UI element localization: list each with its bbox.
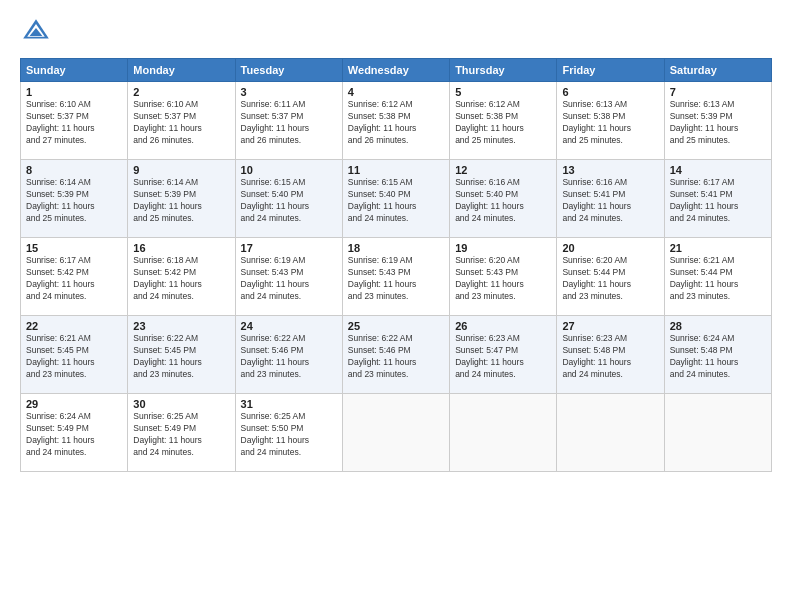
day-number: 9 bbox=[133, 164, 229, 176]
day-info: Sunrise: 6:12 AMSunset: 5:38 PMDaylight:… bbox=[455, 99, 551, 147]
day-info: Sunrise: 6:25 AMSunset: 5:49 PMDaylight:… bbox=[133, 411, 229, 459]
calendar-cell: 22 Sunrise: 6:21 AMSunset: 5:45 PMDaylig… bbox=[21, 316, 128, 394]
calendar-cell: 10 Sunrise: 6:15 AMSunset: 5:40 PMDaylig… bbox=[235, 160, 342, 238]
weekday-header-monday: Monday bbox=[128, 59, 235, 82]
calendar-cell: 21 Sunrise: 6:21 AMSunset: 5:44 PMDaylig… bbox=[664, 238, 771, 316]
day-number: 29 bbox=[26, 398, 122, 410]
day-number: 21 bbox=[670, 242, 766, 254]
weekday-header-wednesday: Wednesday bbox=[342, 59, 449, 82]
calendar-cell: 16 Sunrise: 6:18 AMSunset: 5:42 PMDaylig… bbox=[128, 238, 235, 316]
calendar-cell: 3 Sunrise: 6:11 AMSunset: 5:37 PMDayligh… bbox=[235, 82, 342, 160]
day-number: 23 bbox=[133, 320, 229, 332]
day-number: 16 bbox=[133, 242, 229, 254]
day-info: Sunrise: 6:22 AMSunset: 5:46 PMDaylight:… bbox=[348, 333, 444, 381]
day-number: 19 bbox=[455, 242, 551, 254]
day-number: 14 bbox=[670, 164, 766, 176]
calendar-cell: 14 Sunrise: 6:17 AMSunset: 5:41 PMDaylig… bbox=[664, 160, 771, 238]
weekday-row: SundayMondayTuesdayWednesdayThursdayFrid… bbox=[21, 59, 772, 82]
calendar-week-3: 15 Sunrise: 6:17 AMSunset: 5:42 PMDaylig… bbox=[21, 238, 772, 316]
calendar-cell: 5 Sunrise: 6:12 AMSunset: 5:38 PMDayligh… bbox=[450, 82, 557, 160]
calendar-cell: 30 Sunrise: 6:25 AMSunset: 5:49 PMDaylig… bbox=[128, 394, 235, 472]
day-number: 25 bbox=[348, 320, 444, 332]
day-number: 2 bbox=[133, 86, 229, 98]
day-info: Sunrise: 6:20 AMSunset: 5:44 PMDaylight:… bbox=[562, 255, 658, 303]
day-number: 8 bbox=[26, 164, 122, 176]
day-number: 22 bbox=[26, 320, 122, 332]
day-info: Sunrise: 6:17 AMSunset: 5:41 PMDaylight:… bbox=[670, 177, 766, 225]
day-number: 5 bbox=[455, 86, 551, 98]
calendar-cell: 18 Sunrise: 6:19 AMSunset: 5:43 PMDaylig… bbox=[342, 238, 449, 316]
calendar-cell: 31 Sunrise: 6:25 AMSunset: 5:50 PMDaylig… bbox=[235, 394, 342, 472]
calendar-cell: 17 Sunrise: 6:19 AMSunset: 5:43 PMDaylig… bbox=[235, 238, 342, 316]
calendar-table: SundayMondayTuesdayWednesdayThursdayFrid… bbox=[20, 58, 772, 472]
calendar-cell: 12 Sunrise: 6:16 AMSunset: 5:40 PMDaylig… bbox=[450, 160, 557, 238]
calendar-cell bbox=[557, 394, 664, 472]
day-number: 13 bbox=[562, 164, 658, 176]
calendar-cell: 13 Sunrise: 6:16 AMSunset: 5:41 PMDaylig… bbox=[557, 160, 664, 238]
day-info: Sunrise: 6:19 AMSunset: 5:43 PMDaylight:… bbox=[348, 255, 444, 303]
calendar-cell: 7 Sunrise: 6:13 AMSunset: 5:39 PMDayligh… bbox=[664, 82, 771, 160]
day-number: 18 bbox=[348, 242, 444, 254]
day-number: 28 bbox=[670, 320, 766, 332]
day-info: Sunrise: 6:22 AMSunset: 5:46 PMDaylight:… bbox=[241, 333, 337, 381]
day-info: Sunrise: 6:11 AMSunset: 5:37 PMDaylight:… bbox=[241, 99, 337, 147]
day-info: Sunrise: 6:23 AMSunset: 5:47 PMDaylight:… bbox=[455, 333, 551, 381]
calendar-cell: 23 Sunrise: 6:22 AMSunset: 5:45 PMDaylig… bbox=[128, 316, 235, 394]
calendar-week-1: 1 Sunrise: 6:10 AMSunset: 5:37 PMDayligh… bbox=[21, 82, 772, 160]
calendar-cell: 15 Sunrise: 6:17 AMSunset: 5:42 PMDaylig… bbox=[21, 238, 128, 316]
day-info: Sunrise: 6:20 AMSunset: 5:43 PMDaylight:… bbox=[455, 255, 551, 303]
day-info: Sunrise: 6:15 AMSunset: 5:40 PMDaylight:… bbox=[348, 177, 444, 225]
calendar-cell bbox=[342, 394, 449, 472]
calendar-cell: 19 Sunrise: 6:20 AMSunset: 5:43 PMDaylig… bbox=[450, 238, 557, 316]
day-number: 1 bbox=[26, 86, 122, 98]
day-number: 4 bbox=[348, 86, 444, 98]
calendar-cell: 20 Sunrise: 6:20 AMSunset: 5:44 PMDaylig… bbox=[557, 238, 664, 316]
day-number: 15 bbox=[26, 242, 122, 254]
header bbox=[20, 16, 772, 48]
calendar-cell: 9 Sunrise: 6:14 AMSunset: 5:39 PMDayligh… bbox=[128, 160, 235, 238]
calendar-cell: 4 Sunrise: 6:12 AMSunset: 5:38 PMDayligh… bbox=[342, 82, 449, 160]
calendar-week-5: 29 Sunrise: 6:24 AMSunset: 5:49 PMDaylig… bbox=[21, 394, 772, 472]
day-info: Sunrise: 6:10 AMSunset: 5:37 PMDaylight:… bbox=[133, 99, 229, 147]
day-number: 24 bbox=[241, 320, 337, 332]
calendar-cell: 11 Sunrise: 6:15 AMSunset: 5:40 PMDaylig… bbox=[342, 160, 449, 238]
day-info: Sunrise: 6:13 AMSunset: 5:39 PMDaylight:… bbox=[670, 99, 766, 147]
calendar-cell: 2 Sunrise: 6:10 AMSunset: 5:37 PMDayligh… bbox=[128, 82, 235, 160]
day-info: Sunrise: 6:18 AMSunset: 5:42 PMDaylight:… bbox=[133, 255, 229, 303]
calendar-cell bbox=[450, 394, 557, 472]
day-info: Sunrise: 6:22 AMSunset: 5:45 PMDaylight:… bbox=[133, 333, 229, 381]
calendar-cell bbox=[664, 394, 771, 472]
weekday-header-saturday: Saturday bbox=[664, 59, 771, 82]
day-info: Sunrise: 6:25 AMSunset: 5:50 PMDaylight:… bbox=[241, 411, 337, 459]
day-number: 26 bbox=[455, 320, 551, 332]
calendar-cell: 27 Sunrise: 6:23 AMSunset: 5:48 PMDaylig… bbox=[557, 316, 664, 394]
day-info: Sunrise: 6:21 AMSunset: 5:44 PMDaylight:… bbox=[670, 255, 766, 303]
day-info: Sunrise: 6:10 AMSunset: 5:37 PMDaylight:… bbox=[26, 99, 122, 147]
day-info: Sunrise: 6:14 AMSunset: 5:39 PMDaylight:… bbox=[133, 177, 229, 225]
day-number: 3 bbox=[241, 86, 337, 98]
day-info: Sunrise: 6:16 AMSunset: 5:41 PMDaylight:… bbox=[562, 177, 658, 225]
day-info: Sunrise: 6:21 AMSunset: 5:45 PMDaylight:… bbox=[26, 333, 122, 381]
day-number: 11 bbox=[348, 164, 444, 176]
calendar-week-4: 22 Sunrise: 6:21 AMSunset: 5:45 PMDaylig… bbox=[21, 316, 772, 394]
page: SundayMondayTuesdayWednesdayThursdayFrid… bbox=[0, 0, 792, 612]
day-info: Sunrise: 6:12 AMSunset: 5:38 PMDaylight:… bbox=[348, 99, 444, 147]
day-info: Sunrise: 6:19 AMSunset: 5:43 PMDaylight:… bbox=[241, 255, 337, 303]
calendar-cell: 28 Sunrise: 6:24 AMSunset: 5:48 PMDaylig… bbox=[664, 316, 771, 394]
day-number: 20 bbox=[562, 242, 658, 254]
weekday-header-sunday: Sunday bbox=[21, 59, 128, 82]
day-number: 10 bbox=[241, 164, 337, 176]
calendar-cell: 26 Sunrise: 6:23 AMSunset: 5:47 PMDaylig… bbox=[450, 316, 557, 394]
logo-icon bbox=[20, 16, 52, 48]
day-number: 27 bbox=[562, 320, 658, 332]
day-info: Sunrise: 6:17 AMSunset: 5:42 PMDaylight:… bbox=[26, 255, 122, 303]
day-info: Sunrise: 6:15 AMSunset: 5:40 PMDaylight:… bbox=[241, 177, 337, 225]
day-number: 12 bbox=[455, 164, 551, 176]
calendar-cell: 6 Sunrise: 6:13 AMSunset: 5:38 PMDayligh… bbox=[557, 82, 664, 160]
calendar-cell: 24 Sunrise: 6:22 AMSunset: 5:46 PMDaylig… bbox=[235, 316, 342, 394]
calendar-week-2: 8 Sunrise: 6:14 AMSunset: 5:39 PMDayligh… bbox=[21, 160, 772, 238]
weekday-header-thursday: Thursday bbox=[450, 59, 557, 82]
calendar-cell: 29 Sunrise: 6:24 AMSunset: 5:49 PMDaylig… bbox=[21, 394, 128, 472]
logo bbox=[20, 16, 56, 48]
calendar-body: 1 Sunrise: 6:10 AMSunset: 5:37 PMDayligh… bbox=[21, 82, 772, 472]
